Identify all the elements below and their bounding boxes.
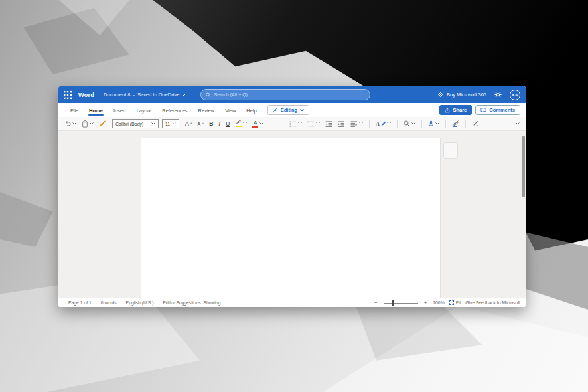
more-font-options-button[interactable]: ···: [267, 120, 279, 128]
highlight-color-swatch: [236, 126, 242, 128]
comment-margin-stub[interactable]: [443, 142, 458, 159]
align-text-icon: [350, 121, 358, 127]
page-count-status[interactable]: Page 1 of 1: [64, 300, 96, 305]
zoom-in-button[interactable]: +: [423, 300, 429, 306]
increase-indent-icon: [338, 121, 345, 127]
font-size-dropdown[interactable]: 11: [162, 119, 179, 128]
buy-microsoft-365-button[interactable]: Buy Microsoft 365: [437, 92, 486, 98]
zoom-slider-track: [384, 303, 418, 304]
diamond-icon: [437, 92, 443, 98]
highlighter-icon: [235, 120, 242, 128]
feedback-link[interactable]: Give Feedback to Microsoft: [465, 300, 520, 305]
increase-indent-button[interactable]: [336, 120, 347, 128]
tab-layout[interactable]: Layout: [131, 105, 157, 116]
share-button[interactable]: Share: [439, 105, 472, 115]
designer-button[interactable]: [470, 119, 480, 128]
tab-review[interactable]: Review: [193, 105, 220, 116]
comments-button[interactable]: Comments: [475, 105, 520, 115]
dictate-button[interactable]: [426, 119, 441, 129]
undo-icon: [64, 120, 71, 127]
chevron-down-icon: [90, 122, 94, 125]
collapse-ribbon-button[interactable]: [514, 121, 522, 126]
pencil-icon: [273, 108, 278, 113]
editor-button[interactable]: [450, 119, 461, 128]
zoom-slider-thumb[interactable]: [392, 300, 394, 306]
account-avatar[interactable]: KA: [510, 90, 520, 100]
document-page[interactable]: [141, 138, 441, 298]
chevron-down-icon: [435, 122, 439, 125]
chevron-down-icon: [173, 122, 176, 125]
tab-view[interactable]: View: [220, 105, 241, 116]
microphone-icon: [428, 120, 434, 128]
bold-button[interactable]: B: [207, 120, 215, 128]
avatar-initials: KA: [512, 93, 518, 97]
editing-mode-dropdown[interactable]: Editing: [267, 105, 309, 115]
editor-pen-icon: [452, 120, 459, 127]
tab-file[interactable]: File: [65, 105, 84, 116]
magic-wand-icon: [472, 120, 478, 127]
share-label: Share: [453, 107, 467, 113]
font-color-icon: A: [252, 120, 258, 128]
grow-font-button[interactable]: A˄: [183, 120, 194, 128]
numbered-list-button[interactable]: [305, 120, 322, 128]
font-color-button[interactable]: A: [250, 119, 265, 129]
chevron-down-icon: [300, 109, 304, 112]
language-status[interactable]: English (U.S.): [121, 300, 159, 305]
underline-button[interactable]: U: [224, 120, 232, 128]
save-status: Saved to OneDrive: [137, 92, 179, 98]
word-app-window: Word Document 8 - Saved to OneDrive Bu: [58, 86, 526, 307]
titlebar-right: Buy Microsoft 365 KA: [437, 90, 520, 100]
find-button[interactable]: [402, 119, 417, 128]
styles-glyph: A: [376, 121, 380, 127]
chevron-down-icon: [516, 122, 520, 125]
more-ribbon-options-button[interactable]: ···: [482, 120, 494, 128]
title-separator: -: [133, 92, 135, 98]
bold-glyph: B: [209, 121, 213, 127]
tab-home[interactable]: Home: [84, 105, 108, 116]
chevron-down-icon: [411, 122, 415, 125]
caret-down-mark: ˅: [202, 122, 204, 126]
tab-help[interactable]: Help: [241, 105, 261, 116]
styles-button[interactable]: A: [374, 120, 393, 128]
format-painter-button[interactable]: [97, 119, 108, 128]
editor-suggestions-status[interactable]: Editor Suggestions: Showing: [159, 300, 226, 305]
fit-label: Fit: [456, 300, 461, 305]
highlight-color-button[interactable]: [233, 119, 249, 129]
zoom-slider[interactable]: [384, 300, 418, 306]
vertical-scrollbar[interactable]: [522, 136, 525, 197]
shrink-font-button[interactable]: A˅: [196, 120, 206, 128]
fit-icon: [449, 300, 454, 305]
italic-button[interactable]: I: [216, 120, 222, 128]
titlebar: Word Document 8 - Saved to OneDrive Bu: [58, 86, 526, 103]
toolbar-divider: [283, 120, 283, 128]
word-count-status[interactable]: 0 words: [96, 300, 121, 305]
decrease-indent-button[interactable]: [323, 120, 334, 128]
paste-button[interactable]: [80, 119, 96, 129]
fit-to-page-button[interactable]: Fit: [449, 300, 461, 305]
chevron-down-icon: [182, 94, 186, 96]
search-box[interactable]: [200, 89, 370, 100]
tab-insert[interactable]: Insert: [108, 105, 131, 116]
zoom-out-button[interactable]: −: [373, 300, 379, 306]
search-input[interactable]: [214, 92, 365, 97]
magnifier-icon: [404, 120, 410, 127]
chevron-down-icon: [259, 122, 263, 125]
settings-gear-icon[interactable]: [494, 91, 502, 98]
document-title-menu[interactable]: Document 8 - Saved to OneDrive: [104, 92, 186, 98]
chevron-down-icon: [316, 122, 320, 125]
app-launcher-icon[interactable]: [64, 91, 72, 99]
chevron-down-icon: [72, 122, 76, 125]
statusbar-right: − + 100% Fit Give Feedback to Microsoft: [373, 300, 520, 306]
font-name-dropdown[interactable]: Calibri (Body): [112, 119, 159, 128]
tab-references[interactable]: References: [157, 105, 192, 116]
document-title: Document 8: [104, 92, 130, 98]
decrease-indent-icon: [325, 121, 332, 127]
alignment-button[interactable]: [348, 120, 365, 128]
zoom-level[interactable]: 100%: [433, 300, 444, 305]
toolbar-divider: [445, 120, 446, 128]
app-name: Word: [78, 92, 94, 98]
undo-button[interactable]: [62, 119, 78, 128]
bullet-list-button[interactable]: [287, 120, 304, 128]
numbered-list-icon: [307, 121, 315, 127]
caret-up-mark: ˄: [190, 122, 192, 126]
